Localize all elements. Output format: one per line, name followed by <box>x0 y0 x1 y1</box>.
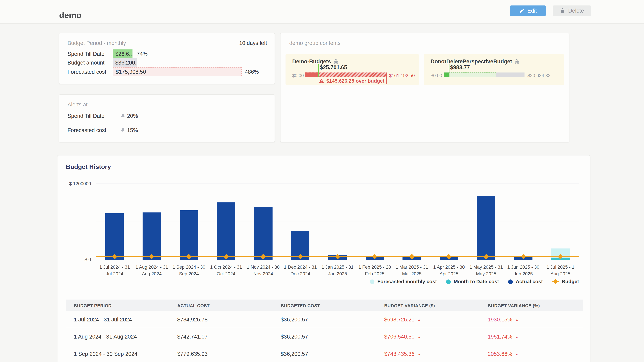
spend-till-date-label: Spend Till Date <box>68 51 104 57</box>
legend-label: Actual cost <box>516 279 543 285</box>
top-bar: demo Edit Delete <box>0 0 644 24</box>
bar-actual-2 <box>180 210 198 260</box>
variance-up-icon: ▲ <box>418 352 421 356</box>
x-axis-label-3: 1 Oct 2024 - 31Oct 2024 <box>206 264 246 277</box>
bar-actual-1 <box>142 213 161 260</box>
gridline-0 <box>96 260 579 260</box>
table-cell-actual: $734,926.78 <box>169 316 273 323</box>
budget-history-plot: 1 Jul 2024 - 31Jul 20241 Aug 2024 - 31Au… <box>96 184 579 260</box>
y-axis-max-label: $ 1200000 <box>65 181 91 186</box>
x-axis-label-4: 1 Nov 2024 - 30Nov 2024 <box>243 264 283 277</box>
budget-history-table: BUDGET PERIODACTUAL COSTBUDGETED COSTBUD… <box>66 300 583 362</box>
alert-spend-threshold: 20% <box>127 112 138 119</box>
table-cell-budgeted: $36,200.57 <box>273 316 376 323</box>
table-header-cell: ACTUAL COST <box>169 303 273 308</box>
spend-segment <box>305 72 318 77</box>
x-axis-label-0: 1 Jul 2024 - 31Jul 2024 <box>94 264 135 277</box>
donotdelete-progress-bar <box>444 72 524 77</box>
x-axis-label-6: 1 Jan 2025 - 31Jan 2025 <box>318 264 358 277</box>
group-item-donotdelete[interactable]: DonotDeletePerspectiveBudget $0.00 $983.… <box>424 54 564 85</box>
hierarchy-icon[interactable] <box>514 59 520 64</box>
x-axis-label-11: 1 Jun 2025 - 30Jun 2025 <box>503 264 544 277</box>
gridline-600000 <box>96 222 579 222</box>
alert-row-forecast: Forecasted cost 15% <box>68 126 266 133</box>
current-spend-label: $983.77 <box>450 64 470 70</box>
x-axis-label-8: 1 Mar 2025 - 31Mar 2025 <box>392 264 432 277</box>
group-item-demo-budgets[interactable]: Demo-Budgets $0.00 $25,701.65 $161,192.5… <box>286 54 419 85</box>
bar-actual-4 <box>254 207 272 260</box>
table-header-cell: BUDGET VARIANCE ($) <box>376 303 480 308</box>
table-body: 1 Jul 2024 - 31 Jul 2024$734,926.78$36,2… <box>66 311 583 362</box>
table-header-cell: BUDGET PERIOD <box>66 303 170 308</box>
x-axis-label-9: 1 Apr 2025 - 30Apr 2025 <box>429 264 469 277</box>
x-axis-label-1: 1 Aug 2024 - 31Aug 2024 <box>132 264 172 277</box>
table-header-row: BUDGET PERIODACTUAL COSTBUDGETED COSTBUD… <box>66 300 583 311</box>
range-end-label: $161,192.50 <box>389 73 415 78</box>
legend-budget-diamond <box>553 279 558 284</box>
table-cell-period: 1 Jul 2024 - 31 Jul 2024 <box>66 316 170 323</box>
group-contents-card: demo group contents Demo-Budgets $0.00 $… <box>280 33 569 142</box>
budget-amount-label: Budget amount <box>68 59 104 66</box>
group-contents-title: demo group contents <box>289 40 340 46</box>
delete-button[interactable]: Delete <box>552 5 591 16</box>
range-start-label: $0.00 <box>431 73 442 78</box>
table-cell-period: 1 Sep 2024 - 30 Sep 2024 <box>66 351 170 357</box>
delete-button-label: Delete <box>568 7 584 14</box>
variance-up-icon: ▲ <box>418 318 421 322</box>
table-header-cell: BUDGET VARIANCE (%) <box>480 303 583 308</box>
alerts-card: Alerts at Spend Till Date 20% Forecasted… <box>59 94 275 143</box>
current-spend-label: $25,701.65 <box>320 64 347 70</box>
x-axis-label-12: 1 Jul 2025 - 1Aug 2025 <box>540 264 580 277</box>
table-cell-budgeted: $36,200.57 <box>273 333 376 340</box>
alert-row-spend: Spend Till Date 20% <box>68 112 266 119</box>
group-item-name: Demo-Budgets <box>292 58 331 65</box>
table-cell-period: 1 Aug 2024 - 31 Aug 2024 <box>66 333 170 340</box>
variance-up-icon: ▲ <box>515 335 518 339</box>
spend-tick <box>448 64 449 77</box>
table-row: 1 Jul 2024 - 31 Jul 2024$734,926.78$36,2… <box>66 311 583 328</box>
x-axis-label-7: 1 Feb 2025 - 28Feb 2025 <box>354 264 395 277</box>
budget-amount-chip: $36,200.... <box>113 58 137 67</box>
forecasted-cost-label: Forecasted cost <box>68 69 106 75</box>
variance-up-icon: ▲ <box>418 335 421 339</box>
gridline-1200000 <box>96 184 579 184</box>
page-title: demo <box>59 10 82 20</box>
legend-label: Forecasted monthly cost <box>377 279 437 285</box>
hierarchy-icon[interactable] <box>334 59 339 64</box>
range-end-label: $20,634.32 <box>528 73 550 78</box>
legend-dot <box>508 279 513 284</box>
spend-tick <box>318 64 319 77</box>
legend-item-actual-cost[interactable]: Actual cost <box>508 279 543 285</box>
x-axis-label-10: 1 May 2025 - 31May 2025 <box>466 264 506 277</box>
bar-actual-0 <box>105 213 124 260</box>
over-budget-note: $145,626.25 over budget <box>326 78 384 84</box>
edit-button[interactable]: Edit <box>510 5 546 16</box>
table-cell-actual: $779,635.93 <box>169 351 273 357</box>
x-axis-label-2: 1 Sep 2024 - 30Sep 2024 <box>169 264 209 277</box>
legend-label: Budget <box>562 279 579 285</box>
bar-actual-10 <box>477 196 496 260</box>
legend-label: Month to Date cost <box>454 279 499 285</box>
legend-dot <box>370 279 374 284</box>
spend-segment <box>444 72 448 77</box>
alert-spend-label: Spend Till Date <box>68 112 120 119</box>
demo-budgets-progress-bar <box>305 72 386 77</box>
table-cell-variance_pct: 1930.15%▲ <box>480 316 583 323</box>
pencil-icon <box>519 8 524 13</box>
forecasted-cost-chip: $175,908.50 <box>113 67 242 76</box>
range-start-label: $0.00 <box>292 73 304 78</box>
table-header-cell: BUDGETED COST <box>273 303 376 308</box>
legend-item-budget[interactable]: Budget <box>552 279 579 285</box>
budget-detail-page: demo Edit Delete Budget Period - monthly… <box>0 0 644 362</box>
alert-forecast-label: Forecasted cost <box>68 127 120 133</box>
y-axis-zero-label: $ 0 <box>65 257 91 262</box>
table-cell-actual: $742,741.07 <box>169 333 273 340</box>
legend-item-forecasted-monthly-cost[interactable]: Forecasted monthly cost <box>370 279 437 285</box>
budget-period-title: Budget Period - monthly <box>68 40 126 46</box>
alerts-title: Alerts at <box>68 101 88 108</box>
table-cell-budgeted: $36,200.57 <box>273 351 376 357</box>
trash-icon <box>560 8 565 13</box>
group-item-name: DonotDeletePerspectiveBudget <box>431 58 512 65</box>
budget-history-card: Budget History $ 1200000 $ 0 1 Jul 2024 … <box>57 155 590 362</box>
legend-item-month-to-date-cost[interactable]: Month to Date cost <box>446 279 499 285</box>
